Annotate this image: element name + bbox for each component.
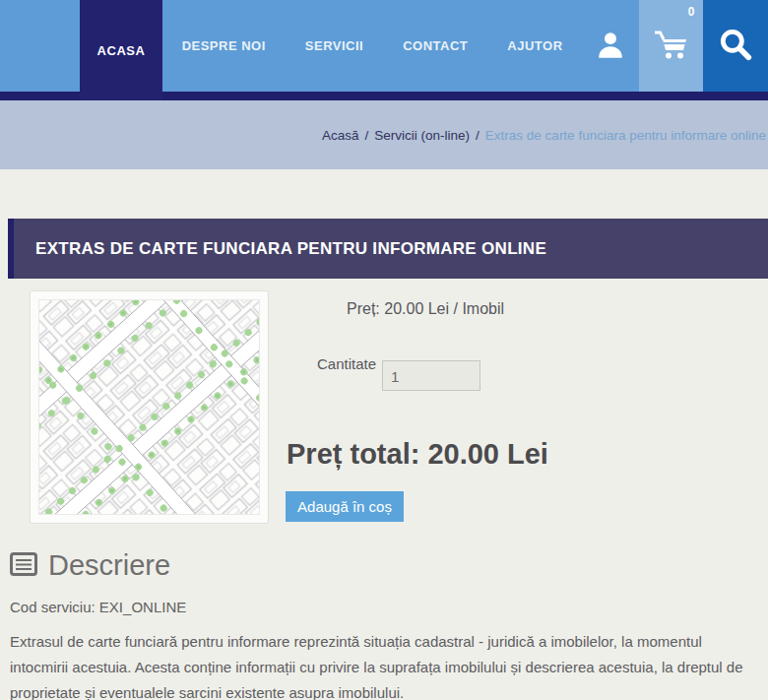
list-icon — [10, 552, 37, 580]
search-button[interactable] — [703, 0, 768, 92]
nav-item-servicii[interactable]: SERVICII — [286, 0, 383, 92]
main-header: ACASA DESPRE NOI SERVICII CONTACT AJUTOR… — [0, 0, 768, 100]
user-account-button[interactable] — [583, 0, 640, 92]
breadcrumb-separator: / — [365, 128, 369, 143]
product-image[interactable] — [30, 290, 269, 524]
shopping-cart-icon — [652, 28, 689, 65]
breadcrumb-current-page: Extras de carte funciara pentru informar… — [485, 128, 766, 143]
cadastral-map-thumbnail — [38, 299, 260, 515]
search-icon — [718, 27, 753, 66]
description-title: Descriere — [48, 549, 170, 582]
nav-item-despre-noi[interactable]: DESPRE NOI — [162, 0, 286, 92]
breadcrumb-separator: / — [476, 128, 480, 143]
cart-count-badge: 0 — [688, 5, 695, 19]
product-total-price: Preț total: 20.00 Lei — [287, 438, 548, 471]
cart-button[interactable]: 0 — [639, 0, 702, 92]
breadcrumb-link-acasa[interactable]: Acasă — [322, 128, 359, 143]
service-code: Cod serviciu: EXI_ONLINE — [10, 599, 760, 615]
nav-item-contact[interactable]: CONTACT — [383, 0, 487, 92]
quantity-label: Cantitate — [317, 355, 376, 372]
page-title-bar: EXTRAS DE CARTE FUNCIARA PENTRU INFORMAR… — [8, 219, 768, 279]
nav-item-acasa[interactable]: ACASA — [80, 0, 161, 100]
description-text: Extrasul de carte funciară pentru inform… — [10, 629, 760, 700]
breadcrumb-link-servicii[interactable]: Servicii (on-line) — [374, 128, 470, 143]
add-to-cart-button[interactable]: Adaugă în coș — [286, 491, 404, 522]
product-price: Preț: 20.00 Lei / Imobil — [347, 300, 504, 318]
nav-left-spacer — [0, 0, 80, 92]
user-icon — [595, 29, 626, 64]
breadcrumb: Acasă / Servicii (on-line) / Extras de c… — [0, 100, 768, 169]
description-section: Descriere Cod serviciu: EXI_ONLINE Extra… — [10, 549, 760, 700]
product-details: Preț: 20.00 Lei / Imobil Cantitate Preț … — [286, 290, 768, 532]
page-title: EXTRAS DE CARTE FUNCIARA PENTRU INFORMAR… — [35, 239, 546, 259]
quantity-input[interactable] — [382, 360, 480, 391]
nav-item-ajutor[interactable]: AJUTOR — [487, 0, 582, 92]
main-nav: ACASA DESPRE NOI SERVICII CONTACT AJUTOR… — [0, 0, 768, 92]
description-heading: Descriere — [10, 549, 760, 582]
